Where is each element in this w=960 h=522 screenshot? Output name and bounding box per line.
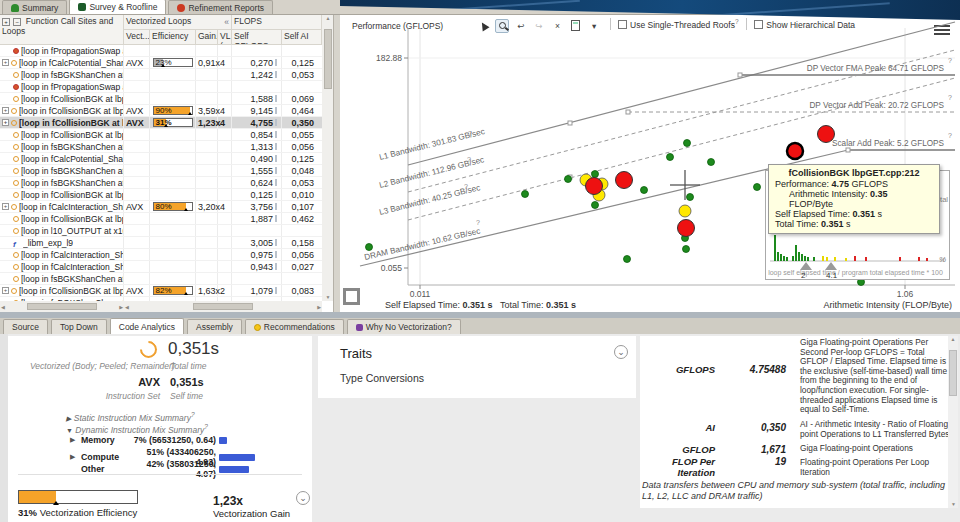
vectorized-group-label: Vectorized Loops [126, 16, 191, 26]
col-self-gflops[interactable]: Self GFLOPS [232, 30, 282, 45]
bottom-tab-bar: Source Top Down Code Analytics Assembly … [0, 318, 960, 334]
chart-status: Self Elapsed Time: 0.351 s Total Time: 0… [385, 300, 576, 310]
tab-survey-roofline[interactable]: Survey & Roofline [69, 0, 166, 14]
collapse-section-icon[interactable]: ⌄ [296, 491, 310, 505]
col-efficiency[interactable]: Efficiency [150, 30, 196, 45]
svg-text:DP Vector FMA Peak: 64.71 GFLO: DP Vector FMA Peak: 64.71 GFLOPS [807, 64, 945, 73]
roofline-chart-pane: Performance (GFLOPS) ↩ ↪ × ▾ Use Single-… [340, 14, 960, 312]
column-header-function[interactable]: + − Function Call Sites and Loops [0, 15, 124, 45]
table-row[interactable]: [loop in fsBGKShanChen at lb... [0, 273, 322, 285]
instruction-set-value: AVX [108, 376, 160, 388]
data-col-hscrollbar[interactable]: ◀▶ [124, 301, 322, 312]
metric-value: 0,350 [720, 422, 786, 433]
svg-text:0.055: 0.055 [381, 263, 403, 273]
traits-collapse-icon[interactable]: ⌄ [614, 345, 628, 359]
instruction-mix-row[interactable]: ▶Memory7% (56531250, 0.64) [70, 435, 227, 445]
column-group-flops[interactable]: FLOPS [232, 15, 322, 30]
table-row[interactable]: [loop in fsBGKShanChen at lb...1,5550,04… [0, 165, 322, 177]
table-row[interactable]: [loop in fCollisionBGK at lbpB...1,5880,… [0, 93, 322, 105]
table-row[interactable]: [loop in fCollisionBGK at lbpG...1,8870,… [0, 213, 322, 225]
metric-label: AI [640, 422, 715, 433]
tab-refinement-label: Refinement Reports [188, 3, 264, 13]
histogram-slider[interactable] [800, 262, 812, 270]
svg-text:?: ? [468, 130, 472, 137]
table-row[interactable]: [loop in fPropagationSwap at ... [0, 81, 322, 93]
metric-label: FLOP Per Iteration [640, 456, 715, 478]
table-row[interactable]: [loop in fPropagationSwap at ... [0, 45, 322, 57]
collapse-all-button[interactable]: − [13, 18, 21, 26]
svg-text:?: ? [467, 156, 471, 163]
traits-title: Traits [340, 346, 372, 361]
svg-text:Scalar Add Peak: 5.2 GFLOPS: Scalar Add Peak: 5.2 GFLOPS [832, 139, 944, 148]
roofline-snapshot-icon[interactable] [343, 288, 360, 305]
static-mix-summary[interactable]: ▶ Static Instruction Mix Summary? [66, 411, 195, 423]
table-row[interactable]: +[loop in fCalcInteraction_Sha...AVX80%3… [0, 201, 322, 213]
tab-assembly[interactable]: Assembly [187, 319, 242, 334]
tab-top-down[interactable]: Top Down [51, 319, 107, 334]
table-vertical-scrollbar[interactable]: ▲▼ [322, 15, 334, 301]
total-time-label: Total time [170, 361, 207, 371]
table-row[interactable]: [loop in l10_OUTPUT at x10fo... [0, 225, 322, 237]
metric-description: Floating-point Operations Per Loop Itera… [800, 458, 952, 477]
metrics-footer: Data transfers between CPU and memory su… [642, 480, 948, 501]
table-row[interactable]: [loop in fCalcInteraction_Sha...0,9750,0… [0, 249, 322, 261]
table-row[interactable]: f_libm_exp_l93,0050,158 [0, 237, 322, 249]
col-vect[interactable]: Vect... [124, 30, 150, 45]
col-self-ai[interactable]: Self AI [282, 30, 322, 45]
table-row[interactable]: [loop in fsBGKShanChen at lb...0,6240,05… [0, 177, 322, 189]
vectorized-label: Vectorized (Body; Peeled; Remainder) [30, 361, 175, 371]
col-gain[interactable]: Gain... [196, 30, 218, 45]
loop-time-arc-icon [136, 337, 160, 361]
traits-card: Traits ⌄ Type Conversions [318, 336, 636, 398]
slider-value: 4.1 [826, 271, 837, 280]
self-time-label: Self time [170, 391, 203, 401]
efficiency-caption: 31% Vectorization Efficiency [18, 507, 137, 518]
svg-text:?: ? [476, 219, 480, 226]
table-row[interactable]: +[loop in fCalcPotential_ShanC...AVX23%0… [0, 57, 322, 69]
table-rows: [loop in fPropagationSwap at ...+[loop i… [0, 45, 322, 301]
svg-text:DP Vector Add Peak: 20.72 GFLO: DP Vector Add Peak: 20.72 GFLOPS [809, 101, 944, 110]
dynamic-mix-summary[interactable]: ▼ Dynamic Instruction Mix Summary? [66, 423, 208, 435]
vectorization-efficiency-bar [18, 490, 138, 504]
svg-text:0.011: 0.011 [410, 289, 431, 299]
metrics-scrollbar[interactable]: ▲ ▼ [948, 336, 958, 508]
table-row[interactable]: +[loop in fCollisionBGK at lbpS...AVX90%… [0, 105, 322, 117]
vectorization-icon [356, 324, 363, 331]
widget-percent-label: % [939, 255, 946, 264]
table-row[interactable]: +[loop in fCollisionBGK at lbpB...AVX82%… [0, 285, 322, 297]
tab-summary[interactable]: Summary [2, 0, 67, 14]
pane-divider[interactable] [334, 15, 340, 312]
table-row[interactable]: [loop in fsBGKShanChen at lb...1,2420,05… [0, 69, 322, 81]
instruction-mix-row[interactable]: Other42% (358031250, 4.07) [70, 459, 249, 479]
collapse-columns-icon[interactable]: « [224, 17, 229, 27]
col-vl[interactable]: VL (... [218, 30, 232, 45]
name-col-hscrollbar[interactable]: ◀▶ [0, 301, 124, 312]
code-analytics-panel: 0,351s Vectorized (Body; Peeled; Remaind… [0, 334, 960, 522]
tab-recommendations[interactable]: Recommendations [245, 319, 344, 334]
metric-label: GFLOP [640, 444, 715, 455]
svg-text:?: ? [948, 132, 952, 139]
table-row[interactable]: [loop in fCalcInteraction_Sha...0,9430,0… [0, 261, 322, 273]
metrics-card: GFLOPS4.75488Giga Floating-point Operati… [640, 336, 948, 508]
vectorization-gain-value: 1,23x [213, 494, 243, 508]
metric-description: AI - Arithmetic Intesity - Ratio of Floa… [800, 420, 952, 439]
tab-source[interactable]: Source [3, 319, 48, 334]
expand-all-button[interactable]: + [2, 18, 10, 26]
svg-text:?: ? [948, 57, 952, 64]
svg-text:?: ? [948, 94, 952, 101]
table-row[interactable]: [loop in fsBGKShanChen at lb...1,3130,05… [0, 141, 322, 153]
tab-refinement-reports[interactable]: Refinement Reports [168, 0, 273, 14]
tab-code-analytics[interactable]: Code Analytics [110, 318, 184, 334]
column-group-vectorized[interactable]: Vectorized Loops « [124, 15, 232, 30]
widget-caption: loop self elapsed time / program total e… [766, 269, 945, 276]
metric-description: Giga Floating-point Operations [800, 444, 952, 454]
table-row[interactable]: [loop in fCalcPotential_ShanC...0,4900,1… [0, 153, 322, 165]
instruction-set-label: Instruction Set [105, 391, 160, 401]
svg-text:DRAM Bandwidth: 10.62 GB/sec: DRAM Bandwidth: 10.62 GB/sec [363, 226, 481, 261]
table-row[interactable]: [loop in fCollisionBGK at lbpB...0,8540,… [0, 129, 322, 141]
histogram-slider[interactable] [825, 262, 837, 270]
self-time-value: 0,351s [170, 376, 204, 388]
table-row[interactable]: [loop in fCollisionBGK at lbpB...0,1250,… [0, 189, 322, 201]
tab-why-no-vectorization[interactable]: Why No Vectorization? [347, 319, 461, 334]
table-row[interactable]: +[loop in fCollisionBGK at lbp ...AVX31%… [0, 117, 322, 129]
